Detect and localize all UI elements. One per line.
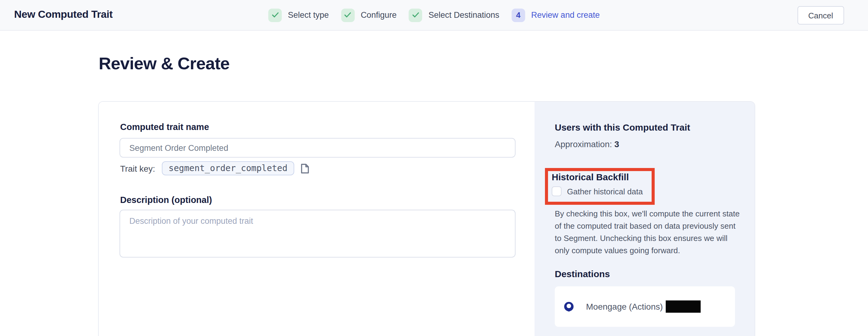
backfill-description: By checking this box, we'll compute the … — [555, 208, 741, 257]
redaction-block — [666, 300, 701, 313]
destination-list-item[interactable]: Moengage (Actions) — [555, 286, 735, 327]
step-done-check-icon — [409, 8, 422, 22]
approximation-text: Approximation: 3 — [555, 139, 619, 149]
step-select-type[interactable]: Select type — [268, 8, 329, 22]
step-select-destinations[interactable]: Select Destinations — [409, 8, 499, 22]
description-textarea[interactable] — [120, 210, 516, 257]
copy-icon[interactable] — [301, 163, 309, 173]
trait-key-row: Trait key: segment_order_completed — [120, 161, 309, 175]
trait-form-section: Computed trait name Trait key: segment_o… — [99, 102, 534, 336]
top-bar: New Computed Trait Select type Configure… — [0, 0, 868, 31]
destinations-heading: Destinations — [555, 269, 610, 279]
page-title: Review & Create — [99, 54, 229, 73]
step-label: Configure — [361, 10, 397, 20]
approximation-value: 3 — [615, 139, 619, 149]
step-label: Select Destinations — [429, 10, 499, 20]
historical-backfill-heading: Historical Backfill — [552, 172, 652, 182]
summary-side-panel: Users with this Computed Trait Approxima… — [534, 102, 754, 336]
step-done-check-icon — [268, 8, 282, 22]
window-title: New Computed Trait — [14, 8, 113, 21]
users-with-trait-heading: Users with this Computed Trait — [555, 122, 690, 132]
step-label: Select type — [288, 10, 329, 20]
wizard-stepper: Select type Configure Select Destination… — [268, 0, 599, 30]
gather-historical-data-checkbox[interactable] — [552, 186, 561, 196]
computed-trait-name-label: Computed trait name — [120, 122, 209, 132]
cancel-button[interactable]: Cancel — [797, 6, 844, 25]
review-content-card: Computed trait name Trait key: segment_o… — [98, 101, 755, 336]
new-computed-trait-page: New Computed Trait Select type Configure… — [0, 0, 868, 336]
trait-key-value-chip: segment_order_completed — [162, 161, 294, 175]
description-label: Description (optional) — [120, 195, 212, 205]
step-number-badge: 4 — [512, 8, 525, 22]
step-review-and-create[interactable]: 4 Review and create — [512, 8, 600, 22]
moengage-logo-icon — [564, 302, 574, 311]
gather-historical-data-row: Gather historical data — [552, 186, 652, 196]
approximation-label: Approximation: — [555, 139, 612, 149]
step-configure[interactable]: Configure — [341, 8, 397, 22]
historical-backfill-highlight: Historical Backfill Gather historical da… — [545, 168, 655, 205]
step-label: Review and create — [531, 10, 600, 20]
step-done-check-icon — [341, 8, 354, 22]
gather-historical-data-label: Gather historical data — [567, 187, 643, 196]
trait-key-label: Trait key: — [120, 163, 155, 173]
computed-trait-name-input[interactable] — [120, 138, 516, 158]
destination-name: Moengage (Actions) — [586, 302, 663, 311]
